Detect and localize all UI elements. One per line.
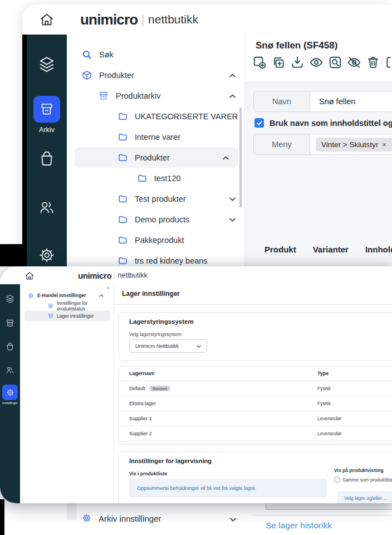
window-edge-artifact bbox=[22, 35, 27, 271]
home-icon[interactable] bbox=[24, 271, 35, 281]
settings-window: unimicro | nettbutikk Innstillinger ▲ E-… bbox=[0, 266, 392, 503]
tree-row-remnant bbox=[67, 503, 77, 520]
tab-innhold[interactable]: Innhold bbox=[365, 245, 392, 254]
chevron-down-icon[interactable] bbox=[229, 218, 236, 222]
settings-gear-icon[interactable] bbox=[38, 247, 55, 264]
list-info-box: Oppsummerte beholdninger vil bli vist fr… bbox=[129, 479, 327, 498]
tree-item-demo-products[interactable]: Demo products bbox=[67, 209, 244, 230]
radio-unchecked-icon[interactable] bbox=[334, 476, 340, 483]
menu-field-input[interactable]: Vinter > Skiutstyr × bbox=[310, 134, 392, 154]
archive-icon bbox=[99, 91, 109, 101]
archive-icon bbox=[48, 313, 53, 319]
table-row[interactable]: Default Standard Fysisk bbox=[119, 381, 392, 396]
folder-icon bbox=[118, 153, 128, 162]
card-heading: Lagerstyringssystem bbox=[129, 318, 194, 325]
folder-icon bbox=[118, 194, 128, 203]
table-row[interactable]: Supplier 2 Leverandør bbox=[119, 426, 392, 441]
settings-page-title: Lager innstillinger bbox=[122, 290, 180, 298]
tree-item-produkter[interactable]: Produkter bbox=[67, 65, 244, 85]
sidebar-item-innstillinger-label: Innstillinger bbox=[0, 401, 22, 405]
tree-item-ehandel-innstillinger[interactable]: E-Handel innstillinger bbox=[20, 290, 114, 300]
home-icon[interactable] bbox=[39, 12, 55, 27]
layers-icon[interactable] bbox=[38, 56, 55, 72]
sidebar-item-arkiv[interactable] bbox=[33, 96, 60, 123]
table-header: Lagernavn Type bbox=[119, 366, 392, 381]
table-row[interactable]: Supplier 1 Leverandør bbox=[119, 411, 392, 426]
tree-item-ukategoriserte[interactable]: UKATEGORISERTE VARER bbox=[67, 106, 244, 127]
add-icon[interactable] bbox=[252, 55, 267, 70]
move-out-icon[interactable] bbox=[385, 55, 392, 70]
display-settings-card: Innstillinger for lagervisning Vis i pro… bbox=[119, 451, 392, 503]
tree-item-produktarkiv[interactable]: Produktarkiv bbox=[67, 85, 244, 106]
folder-icon bbox=[118, 235, 128, 245]
shop-bag-icon[interactable] bbox=[38, 150, 55, 167]
preview-eye-icon[interactable] bbox=[309, 55, 324, 70]
app-logo: unimicro | nettbutikk bbox=[80, 11, 198, 28]
scroll-up-icon[interactable]: ▲ bbox=[106, 285, 110, 289]
menu-field-label: Meny bbox=[254, 134, 310, 154]
product-form-area: Navn Snø fellen Bruk navn som innholdsti… bbox=[245, 82, 392, 274]
layers-icon[interactable] bbox=[6, 294, 14, 303]
chevron-up-icon[interactable] bbox=[223, 156, 229, 160]
logo-primary: unimicro bbox=[80, 11, 138, 28]
tree-item-search[interactable]: Søk bbox=[67, 44, 244, 65]
chevron-down-icon[interactable] bbox=[229, 197, 236, 201]
sidebar-item-arkiv-label: Arkiv bbox=[27, 126, 67, 134]
inspect-icon[interactable] bbox=[328, 55, 342, 70]
sidebar-item-innstillinger[interactable] bbox=[2, 385, 18, 400]
storage-system-select[interactable]: Unimicro Nettbutikk bbox=[129, 339, 207, 353]
menu-chip[interactable]: Vinter > Skiutstyr × bbox=[316, 138, 392, 152]
product-toolbar bbox=[252, 55, 392, 70]
settings-gear-icon bbox=[28, 293, 34, 299]
table-row[interactable]: Ekstra lager Fysisk bbox=[119, 396, 392, 411]
folder-icon bbox=[138, 173, 147, 183]
duplicate-icon[interactable] bbox=[271, 55, 286, 70]
standard-badge: Standard bbox=[149, 386, 170, 391]
name-field-label: Navn bbox=[254, 91, 310, 111]
logo-separator: | bbox=[141, 12, 144, 27]
tree-item-pakkeprodukt[interactable]: Pakkeprodukt bbox=[67, 230, 244, 250]
chevron-up-icon[interactable] bbox=[229, 74, 236, 77]
folder-icon bbox=[118, 111, 128, 121]
users-icon[interactable] bbox=[6, 366, 14, 374]
logo-secondary: nettbutikk bbox=[148, 13, 198, 26]
tree-item-produktstatus[interactable]: Innstillinger for produktstatus bbox=[20, 301, 114, 311]
checkbox-checked-icon[interactable] bbox=[254, 118, 264, 128]
tab-produkt[interactable]: Produkt bbox=[264, 245, 296, 254]
app-header: unimicro | nettbutikk bbox=[22, 4, 392, 35]
users-icon[interactable] bbox=[38, 199, 55, 216]
download-icon[interactable] bbox=[290, 55, 305, 70]
tree-item-lager-innstillinger[interactable]: Lager innstillinger bbox=[24, 310, 110, 321]
tab-varianter[interactable]: Varianter bbox=[313, 245, 349, 254]
settings-tree: ▲ E-Handel innstillinger Innstillinger f… bbox=[20, 284, 114, 503]
shop-bag-icon[interactable] bbox=[6, 342, 14, 351]
tree-item-produkter-folder-selected[interactable]: Produkter bbox=[75, 147, 238, 168]
view-info-box: Velg lagre og/eller ... bbox=[337, 491, 392, 503]
tree-item-test120[interactable]: test120 bbox=[67, 168, 244, 188]
main-sidebar: Arkiv bbox=[27, 35, 67, 271]
divider bbox=[253, 515, 392, 515]
tree-item-test-produkter[interactable]: Test produkter bbox=[67, 188, 244, 209]
archive-icon[interactable] bbox=[6, 319, 14, 328]
product-tree: Søk Produkter Produktarkiv UKATEGORISERT… bbox=[67, 35, 245, 274]
settings-gear-icon bbox=[6, 388, 14, 397]
stock-history-link[interactable]: Se lager historikk bbox=[266, 521, 332, 531]
hide-eye-off-icon[interactable] bbox=[347, 55, 361, 70]
tree-item-interne-varer[interactable]: Interne varer bbox=[67, 127, 244, 147]
chevron-down-icon[interactable] bbox=[230, 518, 236, 522]
name-field-input[interactable]: Snø fellen bbox=[310, 91, 392, 111]
screenshot-edge-artifact bbox=[0, 244, 22, 266]
delete-trash-icon[interactable] bbox=[366, 55, 380, 70]
folder-icon bbox=[118, 132, 128, 142]
product-detail-panel: Snø fellen (SF458) Navn Snø fellen bbox=[245, 35, 392, 274]
chevron-up-icon[interactable] bbox=[229, 94, 236, 98]
chip-remove-icon[interactable]: × bbox=[382, 140, 386, 149]
product-view-label: Vis på produktvisning bbox=[334, 468, 384, 473]
tree-scrollbar[interactable] bbox=[239, 108, 242, 208]
tree-item-arkiv-innstillinger[interactable]: Arkiv innstillinger bbox=[99, 514, 161, 523]
select-label: Velg lagerstyringssystem bbox=[129, 332, 182, 337]
chevron-up-icon[interactable] bbox=[99, 294, 104, 297]
use-name-checkbox-row[interactable]: Bruk navn som innholdstittel og varenavn bbox=[254, 118, 392, 128]
name-field-group: Navn Snø fellen bbox=[253, 91, 392, 112]
product-title: Snø fellen (SF458) bbox=[256, 40, 337, 51]
